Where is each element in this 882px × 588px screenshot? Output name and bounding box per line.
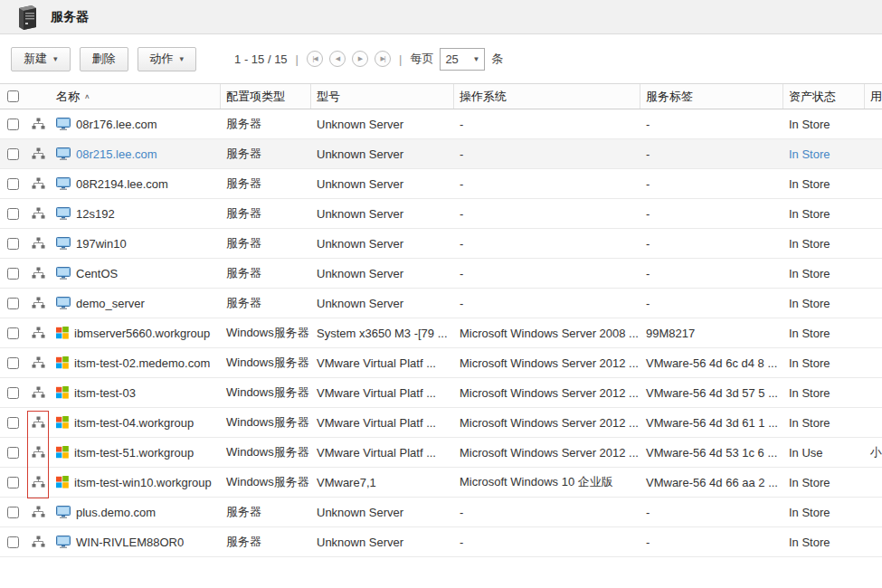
row-checkbox[interactable] [7, 178, 19, 190]
select-all-checkbox[interactable] [7, 90, 19, 102]
cell-service-tag: - [640, 267, 783, 280]
row-checkbox[interactable] [7, 417, 19, 429]
actions-button[interactable]: 动作 ▾ [138, 47, 197, 71]
server-name-link[interactable]: 08r176.lee.com [76, 118, 157, 131]
previous-page-button[interactable]: ◀ [329, 51, 346, 67]
row-checkbox-cell [0, 178, 25, 190]
server-name-link[interactable]: itsm-test-02.medemo.com [74, 356, 210, 370]
row-checkbox[interactable] [7, 477, 19, 488]
server-icon [56, 177, 71, 190]
cell-service-tag: VMware-56 4d 3d 57 5 ... [640, 386, 783, 400]
new-button[interactable]: 新建 ▾ [11, 47, 71, 71]
cell-ci-type: 服务器 [221, 295, 311, 311]
row-checkbox-cell [0, 208, 25, 220]
actions-button-label: 动作 [150, 51, 174, 67]
server-icon [56, 237, 71, 250]
server-name-link[interactable]: 08R2194.lee.com [76, 177, 168, 191]
column-header-ci-type[interactable]: 配置项类型 [221, 84, 311, 109]
table-row: WIN-RIVLEM88OR0 服务器 Unknown Server - - I… [0, 527, 882, 557]
last-page-button[interactable]: ▶| [375, 51, 391, 67]
server-name-link[interactable]: itsm-test-51.workgroup [74, 446, 194, 460]
server-name-link[interactable]: itsm-test-03 [74, 386, 136, 400]
caret-down-icon: ▾ [180, 54, 185, 63]
column-header-name[interactable]: 名称 ∧ [51, 84, 221, 109]
server-name-link[interactable]: 08r215.lee.com [76, 147, 157, 161]
column-header-user[interactable]: 用 [865, 84, 882, 109]
row-name-cell: ibmserver5660.workgroup [51, 327, 221, 340]
next-page-button[interactable]: ▶ [352, 51, 368, 67]
server-name-link[interactable]: itsm-test-04.workgroup [74, 416, 194, 430]
cell-os: - [454, 147, 640, 161]
row-checkbox[interactable] [7, 327, 19, 339]
sort-ascending-icon: ∧ [84, 93, 90, 100]
row-topology-cell [25, 297, 51, 309]
row-name-cell: demo_server [51, 297, 221, 310]
cell-asset-status: In Store [783, 237, 865, 251]
topology-icon[interactable] [32, 446, 45, 459]
cell-service-tag: - [640, 506, 783, 519]
column-header-model[interactable]: 型号 [311, 84, 454, 109]
cell-ci-type: Windows服务器 [221, 414, 311, 431]
topology-icon[interactable] [32, 147, 45, 160]
topology-icon[interactable] [32, 386, 45, 399]
server-name-link[interactable]: demo_server [76, 297, 145, 310]
column-header-asset-status[interactable]: 资产状态 [783, 84, 865, 109]
cell-ci-type: 服务器 [221, 146, 311, 162]
server-name-link[interactable]: itsm-test-win10.workgroup [74, 476, 212, 489]
topology-icon[interactable] [32, 237, 45, 250]
table-header-row: 名称 ∧ 配置项类型 型号 操作系统 服务标签 资产状态 用 [0, 83, 882, 109]
column-header-service-tag[interactable]: 服务标签 [640, 84, 783, 109]
row-checkbox[interactable] [7, 208, 19, 220]
delete-button[interactable]: 删除 [80, 47, 128, 71]
windows-server-icon [56, 416, 69, 429]
row-checkbox[interactable] [7, 507, 19, 518]
topology-icon[interactable] [32, 476, 45, 488]
toolbar: 新建 ▾ 删除 动作 ▾ 1 - 15 / 15 | |◀ ◀ ▶ ▶| | 每… [0, 34, 882, 83]
server-name-link[interactable]: WIN-RIVLEM88OR0 [76, 536, 184, 549]
row-checkbox[interactable] [7, 268, 19, 280]
cell-ci-type: Windows服务器 [221, 384, 311, 401]
row-checkbox[interactable] [7, 387, 19, 399]
topology-icon[interactable] [32, 267, 45, 280]
table-row: plus.demo.com 服务器 Unknown Server - - In … [0, 498, 882, 527]
column-header-os[interactable]: 操作系统 [454, 84, 640, 109]
row-checkbox[interactable] [7, 238, 19, 250]
cell-ci-type: 服务器 [221, 504, 311, 520]
topology-icon[interactable] [32, 416, 45, 429]
row-checkbox[interactable] [7, 357, 19, 369]
table-row: 12s192 服务器 Unknown Server - - In Store [0, 199, 882, 229]
topology-icon[interactable] [32, 536, 45, 548]
row-checkbox[interactable] [7, 119, 19, 130]
server-name-link[interactable]: CentOS [76, 267, 118, 280]
row-checkbox[interactable] [7, 298, 19, 309]
header-icon-cell [25, 84, 51, 109]
cell-model: Unknown Server [311, 536, 454, 549]
per-page-label: 每页 [410, 51, 433, 67]
topology-icon[interactable] [32, 118, 45, 130]
topology-icon[interactable] [32, 327, 45, 339]
topology-icon[interactable] [32, 356, 45, 369]
topology-icon[interactable] [32, 506, 45, 518]
cell-os: Microsoft Windows Server 2012 ... [454, 386, 640, 400]
cell-os: - [454, 207, 640, 221]
topology-icon[interactable] [32, 297, 45, 309]
table-row: itsm-test-02.medemo.com Windows服务器 VMwar… [0, 348, 882, 378]
cell-service-tag: - [640, 536, 783, 549]
cell-asset-status: In Store [783, 267, 865, 280]
cell-ci-type: Windows服务器 [221, 444, 311, 460]
topology-icon[interactable] [32, 207, 45, 220]
table-row: demo_server 服务器 Unknown Server - - In St… [0, 289, 882, 318]
server-name-link[interactable]: 12s192 [76, 207, 115, 221]
topology-icon[interactable] [32, 177, 45, 190]
server-name-link[interactable]: ibmserver5660.workgroup [74, 327, 210, 340]
row-topology-cell [25, 147, 51, 160]
server-name-link[interactable]: plus.demo.com [76, 506, 156, 519]
server-name-link[interactable]: 197win10 [76, 237, 127, 251]
first-page-button[interactable]: |◀ [307, 51, 323, 67]
row-checkbox[interactable] [7, 536, 19, 548]
row-checkbox[interactable] [7, 447, 19, 459]
cell-ci-type: Windows服务器 [221, 355, 311, 371]
row-checkbox[interactable] [7, 148, 19, 160]
page-size-select[interactable]: 25 ▼ [440, 48, 485, 71]
select-arrow-icon: ▼ [472, 55, 479, 63]
